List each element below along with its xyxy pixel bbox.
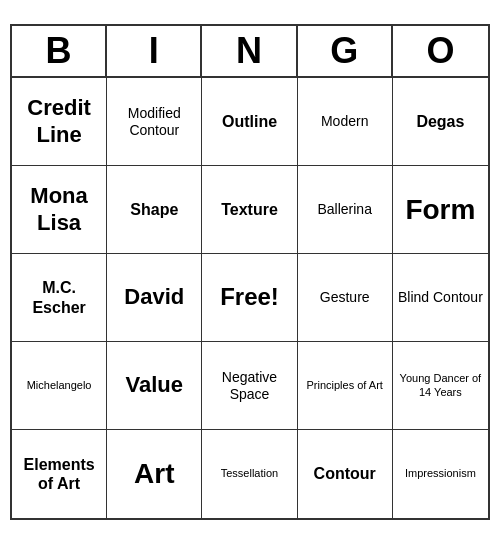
bingo-cell[interactable]: Elements of Art xyxy=(12,430,107,518)
bingo-header: BINGO xyxy=(12,26,488,78)
bingo-cell[interactable]: Degas xyxy=(393,78,488,166)
bingo-cell[interactable]: Mona Lisa xyxy=(12,166,107,254)
header-letter: O xyxy=(393,26,488,76)
bingo-cell[interactable]: Art xyxy=(107,430,202,518)
bingo-cell[interactable]: Credit Line xyxy=(12,78,107,166)
bingo-card: BINGO Credit LineModified ContourOutline… xyxy=(10,24,490,520)
bingo-cell[interactable]: Tessellation xyxy=(202,430,297,518)
bingo-cell[interactable]: Michelangelo xyxy=(12,342,107,430)
bingo-cell[interactable]: Contour xyxy=(298,430,393,518)
bingo-cell[interactable]: Principles of Art xyxy=(298,342,393,430)
header-letter: N xyxy=(202,26,297,76)
bingo-cell[interactable]: Impressionism xyxy=(393,430,488,518)
bingo-cell[interactable]: Modified Contour xyxy=(107,78,202,166)
header-letter: I xyxy=(107,26,202,76)
bingo-grid: Credit LineModified ContourOutlineModern… xyxy=(12,78,488,518)
bingo-cell[interactable]: Ballerina xyxy=(298,166,393,254)
bingo-cell[interactable]: Negative Space xyxy=(202,342,297,430)
bingo-cell[interactable]: Shape xyxy=(107,166,202,254)
bingo-cell[interactable]: Value xyxy=(107,342,202,430)
bingo-cell[interactable]: Outline xyxy=(202,78,297,166)
bingo-cell[interactable]: Form xyxy=(393,166,488,254)
bingo-cell[interactable]: Young Dancer of 14 Years xyxy=(393,342,488,430)
bingo-cell[interactable]: M.C. Escher xyxy=(12,254,107,342)
header-letter: G xyxy=(298,26,393,76)
header-letter: B xyxy=(12,26,107,76)
bingo-cell[interactable]: Modern xyxy=(298,78,393,166)
bingo-cell[interactable]: Free! xyxy=(202,254,297,342)
bingo-cell[interactable]: David xyxy=(107,254,202,342)
bingo-cell[interactable]: Texture xyxy=(202,166,297,254)
bingo-cell[interactable]: Gesture xyxy=(298,254,393,342)
bingo-cell[interactable]: Blind Contour xyxy=(393,254,488,342)
